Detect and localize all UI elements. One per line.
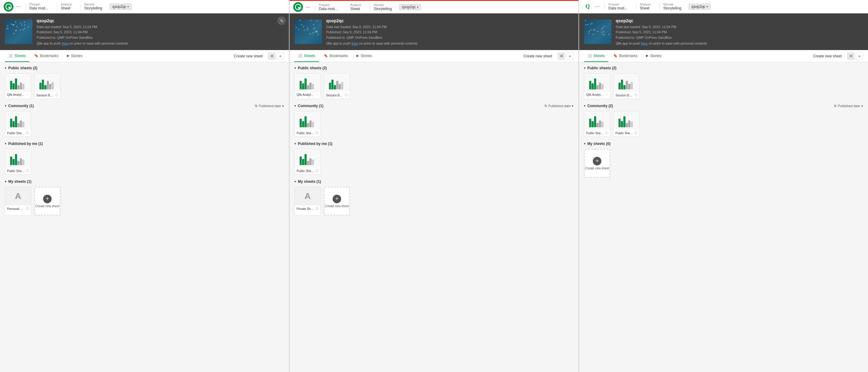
create-sheet-card[interactable]: + Create new sheet [324, 187, 350, 215]
section-header[interactable]: ▾Public sheets (2) [584, 66, 863, 70]
section-header[interactable]: ▾Public sheets (2) [5, 66, 284, 70]
list-view-button[interactable]: ≡ [856, 53, 863, 60]
sheet-info-button[interactable]: ⓘ [315, 131, 318, 135]
section-header[interactable]: ▾My sheets (1) [294, 179, 574, 184]
sort-button[interactable]: ⇅Published date▾ [255, 104, 284, 108]
sheet-info-button[interactable]: ··· [606, 93, 608, 96]
section-header[interactable]: ▾Community (1)⇅Published date▾ [5, 104, 284, 108]
sheet-info-button[interactable]: ⓘ [315, 207, 318, 211]
sheet-card[interactable]: Session Breakdownⓘ [34, 73, 60, 99]
tab-sheets[interactable]: ⬜Sheets [584, 50, 609, 62]
tab-bookmarks[interactable]: 🔖Bookmarks [320, 50, 351, 62]
sheet-info-button[interactable]: ⓘ [26, 131, 29, 135]
tab-stories[interactable]: ▶Stories [642, 50, 665, 62]
sheet-info-button[interactable]: ⓘ [26, 207, 29, 211]
app-badge[interactable]: qsop2qc▾ [689, 4, 711, 10]
sort-button[interactable]: ⇅Published date▾ [834, 104, 863, 108]
analyze-section[interactable]: AnalyzeSheet [640, 3, 651, 10]
narrate-section[interactable]: NarrateStorytelling [374, 3, 392, 11]
more-options-button[interactable]: ··· [305, 4, 310, 10]
grid-view-button[interactable]: ⊞ [558, 53, 565, 60]
section-title: Community (1) [298, 104, 323, 108]
prepare-section[interactable]: PrepareData mod... [29, 3, 48, 10]
svg-rect-42 [305, 116, 307, 127]
section-header[interactable]: ▾Community (2)⇅Published date▾ [584, 104, 863, 108]
sheet-card[interactable]: Session Breakdownⓘ [613, 73, 640, 99]
section-header[interactable]: ▾Public sheets (2) [294, 66, 574, 70]
analyze-section[interactable]: AnalyzeSheet [61, 3, 72, 10]
topbar: ···PrepareData mod...AnalyzeSheetNarrate… [289, 0, 579, 13]
sort-icon: ⇅ [544, 104, 547, 108]
section-header[interactable]: ▾Published by me (1) [5, 142, 284, 146]
tab-sheets[interactable]: ⬜Sheets [294, 50, 319, 62]
sheet-card[interactable]: Qlik Analytic Adventure··· [294, 73, 321, 99]
sheet-card[interactable]: Public Sheet (rvr)ⓘ [5, 149, 31, 175]
edit-app-button[interactable]: ✎ [277, 16, 286, 25]
from-link[interactable]: from [641, 41, 648, 45]
svg-rect-38 [339, 84, 341, 90]
sheet-info-button[interactable]: ⓘ [315, 169, 318, 173]
create-new-sheet-button[interactable]: Create new sheet [521, 53, 555, 60]
list-view-button[interactable]: ≡ [277, 53, 284, 60]
svg-rect-52 [589, 81, 591, 90]
more-options-button[interactable]: ··· [595, 3, 599, 10]
section-header[interactable]: ▾Community (1)⇅Published date▾ [294, 104, 574, 108]
from-link[interactable]: from [62, 41, 69, 45]
sheet-card[interactable]: APersonal Sheet (rvr)ⓘ [5, 187, 31, 215]
sheet-info-button[interactable]: ⓘ [55, 93, 58, 97]
svg-rect-16 [15, 116, 17, 127]
section: ▾Public sheets (2)Qlik Analytic Adventur… [294, 66, 574, 99]
sheet-info-button[interactable]: ⓘ [345, 93, 348, 97]
sheet-card[interactable]: Public Sheet (bob)ⓘ [294, 149, 321, 175]
narrate-section[interactable]: NarrateStorytelling [84, 3, 102, 10]
tab-bookmarks[interactable]: 🔖Bookmarks [31, 50, 62, 62]
narrate-section[interactable]: NarrateStorytelling [663, 3, 681, 10]
sheet-card[interactable]: Session Breakdownⓘ [324, 73, 350, 99]
list-view-button[interactable]: ≡ [566, 53, 574, 60]
prepare-section[interactable]: PrepareData mod... [319, 3, 338, 11]
tab-stories[interactable]: ▶Stories [63, 50, 86, 62]
sheet-name: Public Sheet (bob) [586, 132, 604, 135]
section-header[interactable]: ▾My sheets (0) [584, 142, 863, 146]
svg-rect-25 [22, 160, 25, 165]
sort-button[interactable]: ⇅Published date▾ [544, 104, 574, 108]
analyze-section[interactable]: AnalyzeSheet [350, 3, 361, 11]
more-options-button[interactable]: ··· [16, 3, 21, 10]
sheet-info-button[interactable]: ··· [27, 93, 29, 96]
app-badge[interactable]: qsop2qc▾ [110, 4, 132, 10]
tab-sheets[interactable]: ⬜Sheets [5, 50, 29, 62]
sheet-thumbnail [584, 111, 610, 130]
sheet-card[interactable]: Public Sheet (bob)ⓘ [5, 111, 31, 137]
grid-view-button[interactable]: ⊞ [268, 53, 276, 60]
app-badge[interactable]: qsop2qc▾ [399, 4, 421, 10]
sheet-card[interactable]: APrivate Sheet (bob)ⓘ [294, 187, 321, 215]
svg-rect-12 [49, 84, 51, 90]
sheet-info-button[interactable]: ⓘ [26, 169, 29, 173]
sheet-card[interactable]: Public Sheet (bob)ⓘ [584, 111, 610, 137]
sheet-card[interactable]: Public Sheet (rvr)ⓘ [294, 111, 321, 137]
sheets-grid: Public Sheet (rvr)ⓘ [5, 149, 284, 175]
create-new-sheet-button[interactable]: Create new sheet [811, 53, 844, 60]
create-sheet-card[interactable]: + Create new sheet [34, 187, 60, 215]
sheet-card[interactable]: Qlik Analytic Adventure··· [5, 73, 31, 99]
section-title: Public sheets (2) [298, 66, 327, 70]
create-sheet-card[interactable]: + Create new sheet [584, 149, 610, 178]
sheet-info-button[interactable]: ⓘ [634, 131, 638, 135]
svg-rect-73 [626, 123, 628, 127]
app-header: qsop2qc Data last loaded: Sep 5, 2023, 1… [0, 13, 289, 50]
sheet-info-button[interactable]: ··· [316, 93, 318, 96]
section-header[interactable]: ▾My sheets (1) [5, 179, 284, 184]
create-new-sheet-button[interactable]: Create new sheet [231, 53, 265, 60]
sheet-card[interactable]: Public Sheet (rvr)ⓘ [613, 111, 640, 137]
sheet-info-button[interactable]: ⓘ [634, 93, 638, 97]
sheet-info-button[interactable]: ⓘ [605, 131, 608, 135]
from-link[interactable]: from [351, 41, 358, 45]
section-header[interactable]: ▾Published by me (1) [294, 142, 574, 146]
grid-view-button[interactable]: ⊞ [847, 53, 855, 60]
chevron-down-icon: ▾ [584, 67, 586, 70]
prepare-section[interactable]: PrepareData mod... [609, 3, 627, 10]
tab-bookmarks[interactable]: 🔖Bookmarks [610, 50, 641, 62]
tab-stories[interactable]: ▶Stories [353, 50, 375, 62]
sheet-card[interactable]: Qlik Analytic Adventure··· [584, 73, 610, 99]
svg-point-0 [6, 4, 11, 9]
